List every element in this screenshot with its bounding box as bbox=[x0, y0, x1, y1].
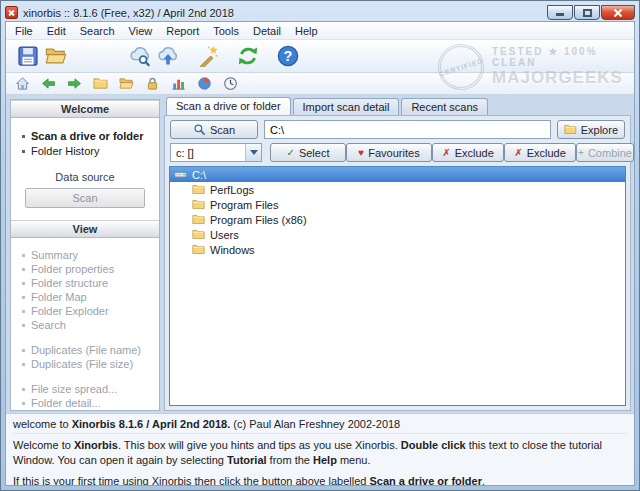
bullet-icon bbox=[22, 349, 25, 352]
sidebar-item-label: Folder History bbox=[31, 145, 99, 157]
magic-wand-icon bbox=[197, 45, 219, 67]
bar-chart-icon bbox=[171, 76, 186, 91]
view-item-summary[interactable]: Summary bbox=[22, 249, 148, 261]
combo-dropdown-button[interactable] bbox=[245, 144, 261, 161]
folder-icon bbox=[192, 213, 205, 226]
bullet-icon bbox=[22, 388, 25, 391]
menu-item-file[interactable]: File bbox=[8, 23, 40, 39]
save-button[interactable] bbox=[14, 42, 42, 70]
view-item-folder-structure[interactable]: Folder structure bbox=[22, 277, 148, 289]
bullet-icon bbox=[22, 402, 25, 405]
plus-icon: + bbox=[578, 148, 584, 158]
exclude-button-1[interactable]: ✗ Exclude bbox=[432, 143, 504, 162]
pie-chart-icon bbox=[197, 76, 212, 91]
main-area: Scan a drive or folder Import scan detai… bbox=[164, 97, 631, 411]
maximize-button[interactable] bbox=[574, 5, 600, 20]
sidebar-item-folder-history[interactable]: Folder History bbox=[22, 145, 148, 157]
tab-scan-drive-or-folder[interactable]: Scan a drive or folder bbox=[166, 97, 291, 115]
explore-button[interactable]: Explore bbox=[557, 120, 625, 139]
scan-button-label: Scan bbox=[210, 124, 235, 136]
wand-button[interactable] bbox=[194, 42, 222, 70]
favourites-button[interactable]: ♥ Favourites bbox=[346, 143, 432, 162]
path-input[interactable] bbox=[264, 120, 551, 139]
folder-open-button[interactable] bbox=[117, 75, 135, 93]
clock-icon bbox=[223, 76, 238, 91]
data-source-label: Data source bbox=[11, 171, 159, 183]
menu-item-help[interactable]: Help bbox=[288, 23, 325, 39]
favourites-button-label: Favourites bbox=[368, 147, 419, 159]
cloud-upload-icon bbox=[157, 45, 179, 67]
refresh-button[interactable] bbox=[234, 42, 262, 70]
magnifier-icon bbox=[193, 123, 206, 136]
menu-item-view[interactable]: View bbox=[122, 23, 160, 39]
menu-item-tools[interactable]: Tools bbox=[206, 23, 246, 39]
chevron-down-icon bbox=[250, 150, 258, 155]
sync-arrows-icon bbox=[237, 45, 259, 67]
tree-row-perflogs[interactable]: PerfLogs bbox=[170, 182, 625, 197]
close-button[interactable] bbox=[601, 5, 635, 20]
xinorbis-app-icon bbox=[5, 6, 18, 19]
menu-item-search[interactable]: Search bbox=[73, 23, 122, 39]
back-arrow-icon bbox=[41, 76, 56, 91]
tree-row-windows[interactable]: Windows bbox=[170, 242, 625, 257]
bullet-icon bbox=[22, 135, 25, 138]
view-item-folder-properties[interactable]: Folder properties bbox=[22, 263, 148, 275]
drive-select-value: c: [] bbox=[176, 147, 194, 159]
view-item-search[interactable]: Search bbox=[22, 319, 148, 331]
forward-arrow-icon bbox=[67, 76, 82, 91]
tree-row-label: C:\ bbox=[192, 169, 206, 181]
folder-open-icon bbox=[45, 45, 67, 67]
tree-row-label: Program Files bbox=[210, 199, 278, 211]
view-item-folder-detail[interactable]: Folder detail... bbox=[22, 397, 148, 409]
menu-item-edit[interactable]: Edit bbox=[40, 23, 73, 39]
cross-icon: ✗ bbox=[442, 148, 450, 158]
help-button[interactable] bbox=[274, 42, 302, 70]
back-button[interactable] bbox=[39, 75, 57, 93]
sidebar-scan-button[interactable]: Scan bbox=[25, 188, 145, 208]
folder-button[interactable] bbox=[91, 75, 109, 93]
lock-button[interactable] bbox=[143, 75, 161, 93]
history-button[interactable] bbox=[221, 75, 239, 93]
status-area: welcome to Xinorbis 8.1.6 / April 2nd 20… bbox=[6, 413, 634, 485]
view-header: View bbox=[11, 220, 159, 238]
heart-icon: ♥ bbox=[358, 148, 364, 158]
main-toolbar bbox=[6, 40, 634, 73]
cloud-upload-button[interactable] bbox=[154, 42, 182, 70]
menu-item-report[interactable]: Report bbox=[159, 23, 206, 39]
tab-import-scan-detail[interactable]: Import scan detail bbox=[293, 98, 400, 115]
combine-button[interactable]: + Combine bbox=[576, 143, 634, 162]
select-button[interactable]: ✓ Select bbox=[270, 143, 346, 162]
cloud-search-button[interactable] bbox=[126, 42, 154, 70]
drive-icon bbox=[174, 168, 187, 181]
folder-tree: C:\ PerfLogs Program Files Program bbox=[169, 166, 626, 406]
exclude-button-2[interactable]: ✗ Exclude bbox=[504, 143, 576, 162]
view-item-folder-map[interactable]: Folder Map bbox=[22, 291, 148, 303]
tab-recent-scans[interactable]: Recent scans bbox=[401, 98, 488, 115]
tree-row-program-files-x86[interactable]: Program Files (x86) bbox=[170, 212, 625, 227]
cross-icon: ✗ bbox=[514, 148, 522, 158]
view-item-duplicates-size[interactable]: Duplicates (File size) bbox=[22, 358, 148, 370]
chart-button[interactable] bbox=[169, 75, 187, 93]
open-folder-button[interactable] bbox=[42, 42, 70, 70]
pie-chart-button[interactable] bbox=[195, 75, 213, 93]
menu-item-detail[interactable]: Detail bbox=[246, 23, 288, 39]
tree-row-users[interactable]: Users bbox=[170, 227, 625, 242]
minimize-button[interactable] bbox=[547, 5, 573, 20]
first-time-hint: If this is your first time using Xinorbi… bbox=[13, 475, 627, 485]
tree-row-label: Program Files (x86) bbox=[210, 214, 307, 226]
bullet-icon bbox=[22, 310, 25, 313]
help-icon bbox=[277, 45, 299, 67]
forward-button[interactable] bbox=[65, 75, 83, 93]
view-item-folder-exploder[interactable]: Folder Exploder bbox=[22, 305, 148, 317]
view-item-file-size-spread[interactable]: File size spread... bbox=[22, 383, 148, 395]
view-item-duplicates-name[interactable]: Duplicates (File name) bbox=[22, 344, 148, 356]
tab-strip: Scan a drive or folder Import scan detai… bbox=[164, 97, 631, 115]
drive-select[interactable]: c: [] bbox=[170, 143, 262, 162]
sidebar-item-scan-drive[interactable]: Scan a drive or folder bbox=[22, 130, 148, 142]
scan-button[interactable]: Scan bbox=[170, 120, 258, 139]
tutorial-text[interactable]: Welcome to Xinorbis. This box will give … bbox=[13, 438, 627, 469]
bullet-icon bbox=[22, 268, 25, 271]
tree-row-program-files[interactable]: Program Files bbox=[170, 197, 625, 212]
tree-row-root[interactable]: C:\ bbox=[170, 167, 625, 182]
home-button[interactable] bbox=[13, 75, 31, 93]
